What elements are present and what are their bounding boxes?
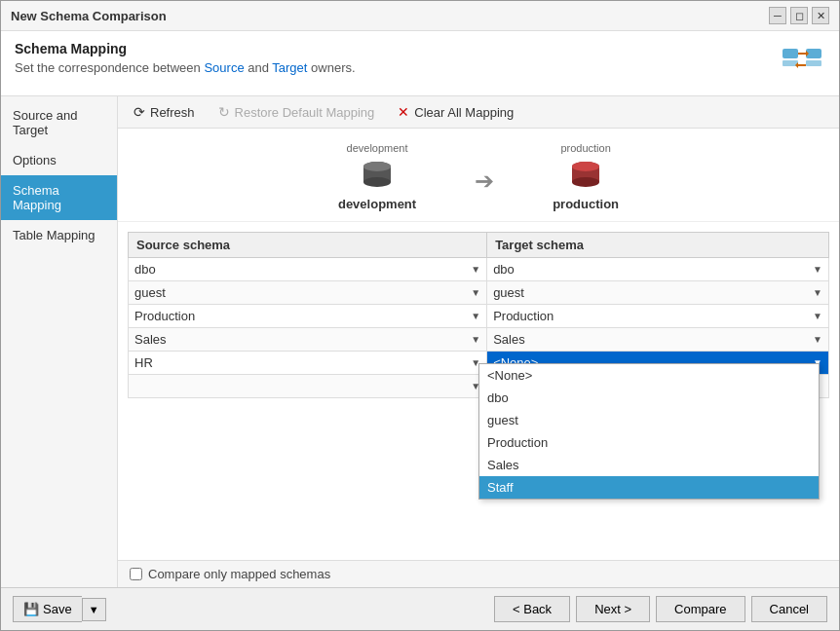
footer-bar: Compare only mapped schemas xyxy=(118,560,839,587)
restore-button[interactable]: ◻ xyxy=(790,7,808,24)
svg-point-11 xyxy=(363,162,391,171)
restore-icon: ↻ xyxy=(218,104,230,120)
target-schema-dropdown-overlay: <None> dbo guest Production Sales Staff xyxy=(478,363,820,500)
target-cell: Production ▼ xyxy=(487,305,829,328)
target-cell: dbo ▼ xyxy=(487,258,829,281)
source-link[interactable]: Source xyxy=(204,60,244,75)
target-schema-select-2[interactable]: guest xyxy=(487,281,828,304)
source-db-icon xyxy=(360,158,395,193)
dropdown-option-dbo[interactable]: dbo xyxy=(479,387,819,409)
header-icon xyxy=(779,41,825,88)
source-cell-wrapper: dbo ▼ xyxy=(129,258,486,280)
source-schema-select-4[interactable]: Sales xyxy=(129,328,486,351)
sidebar-item-source-target[interactable]: Source and Target xyxy=(1,100,117,145)
target-schema-select-4[interactable]: Sales xyxy=(487,328,828,351)
svg-point-14 xyxy=(572,177,599,187)
subtitle-prefix: Set the correspondence between xyxy=(15,60,204,75)
next-button[interactable]: Next > xyxy=(576,596,650,622)
source-cell-empty: ▼ xyxy=(129,375,487,398)
bottom-bar: 💾 Save ▼ < Back Next > Compare Cancel xyxy=(1,587,839,630)
refresh-icon: ⟳ xyxy=(134,104,145,120)
svg-rect-0 xyxy=(783,49,798,58)
dropdown-option-none[interactable]: <None> xyxy=(479,364,819,387)
title-bar-buttons: ─ ◻ ✕ xyxy=(769,7,829,24)
main-window: New Schema Comparison ─ ◻ ✕ Schema Mappi… xyxy=(0,0,840,631)
sidebar-item-options[interactable]: Options xyxy=(1,145,117,175)
subtitle-and: and xyxy=(245,60,273,75)
target-cell-wrapper: guest ▼ xyxy=(487,281,828,304)
clear-icon: ✕ xyxy=(398,104,409,120)
svg-rect-3 xyxy=(806,60,821,66)
source-cell-wrapper: guest ▼ xyxy=(129,281,486,304)
source-schema-select-5[interactable]: HR xyxy=(129,352,486,374)
sidebar-item-schema-mapping[interactable]: Schema Mapping xyxy=(1,175,117,220)
target-cell: Sales ▼ xyxy=(487,328,829,352)
refresh-button[interactable]: ⟳ Refresh xyxy=(130,102,199,122)
minimize-button[interactable]: ─ xyxy=(769,7,786,24)
source-cell: Production ▼ xyxy=(129,305,487,328)
source-schema-select-2[interactable]: guest xyxy=(129,281,486,304)
target-cell: guest ▼ xyxy=(487,281,829,305)
cancel-button[interactable]: Cancel xyxy=(751,596,827,622)
close-button[interactable]: ✕ xyxy=(812,7,829,24)
dropdown-option-staff[interactable]: Staff xyxy=(479,476,819,499)
dropdown-option-production[interactable]: Production xyxy=(479,431,819,454)
svg-point-10 xyxy=(363,177,391,187)
sidebar: Source and Target Options Schema Mapping… xyxy=(1,96,118,587)
source-cell-wrapper: HR ▼ xyxy=(129,352,486,374)
save-button[interactable]: 💾 Save xyxy=(13,596,82,622)
header-subtitle: Set the correspondence between Source an… xyxy=(15,60,356,75)
source-db-label-bottom: development xyxy=(338,197,416,211)
target-db-icon xyxy=(568,158,603,193)
table-row: Sales ▼ Sales ▼ xyxy=(129,328,829,352)
toolbar: ⟳ Refresh ↻ Restore Default Mapping ✕ Cl… xyxy=(118,96,839,129)
target-schema-header: Target schema xyxy=(487,233,829,258)
header-left: Schema Mapping Set the correspondence be… xyxy=(15,41,356,75)
source-cell-wrapper: Sales ▼ xyxy=(129,328,486,351)
subtitle-suffix: owners. xyxy=(307,60,355,75)
target-cell-wrapper: dbo ▼ xyxy=(487,258,828,280)
source-cell-wrapper: Production ▼ xyxy=(129,305,486,327)
save-dropdown-button[interactable]: ▼ xyxy=(82,598,106,621)
target-schema-select-3[interactable]: Production xyxy=(487,305,828,327)
schema-comparison-icon xyxy=(779,41,825,88)
title-bar: New Schema Comparison ─ ◻ ✕ xyxy=(1,1,839,31)
source-schema-select-6[interactable] xyxy=(129,375,486,397)
mapping-arrow-icon: ➔ xyxy=(475,167,494,195)
db-header: development development ➔ production xyxy=(118,129,839,222)
source-cell: guest ▼ xyxy=(129,281,487,305)
target-schema-select-1[interactable]: dbo xyxy=(487,258,828,280)
source-schema-select-1[interactable]: dbo xyxy=(129,258,486,280)
back-button[interactable]: < Back xyxy=(494,596,570,622)
content-area: ⟳ Refresh ↻ Restore Default Mapping ✕ Cl… xyxy=(118,96,839,587)
compare-only-checkbox[interactable] xyxy=(130,568,142,580)
schema-table-container: Source schema Target schema dbo xyxy=(118,222,839,560)
source-cell-empty-wrapper: ▼ xyxy=(129,375,486,397)
compare-button[interactable]: Compare xyxy=(656,596,745,622)
table-row: dbo ▼ dbo ▼ xyxy=(129,258,829,281)
source-db-label-top: development xyxy=(347,142,408,154)
dropdown-option-guest[interactable]: guest xyxy=(479,409,819,431)
source-cell: dbo ▼ xyxy=(129,258,487,281)
target-link[interactable]: Target xyxy=(272,60,307,75)
header-section: Schema Mapping Set the correspondence be… xyxy=(1,31,839,96)
save-icon: 💾 xyxy=(23,602,39,616)
source-schema-select-3[interactable]: Production xyxy=(129,305,486,327)
dropdown-option-sales[interactable]: Sales xyxy=(479,454,819,476)
header-title: Schema Mapping xyxy=(15,41,356,56)
target-cell-wrapper: Sales ▼ xyxy=(487,328,828,351)
source-schema-header: Source schema xyxy=(129,233,487,258)
source-db: development development xyxy=(338,142,416,211)
bottom-right: < Back Next > Compare Cancel xyxy=(494,596,827,622)
restore-default-button[interactable]: ↻ Restore Default Mapping xyxy=(214,102,379,122)
table-row: Production ▼ Production xyxy=(129,305,829,328)
target-db: production production xyxy=(553,142,619,211)
source-cell: Sales ▼ xyxy=(129,328,487,352)
target-cell-wrapper: Production ▼ xyxy=(487,305,828,327)
clear-all-mapping-button[interactable]: ✕ Clear All Mapping xyxy=(394,102,517,122)
sidebar-item-table-mapping[interactable]: Table Mapping xyxy=(1,220,117,250)
svg-point-15 xyxy=(572,162,599,171)
main-content: Source and Target Options Schema Mapping… xyxy=(1,96,839,587)
target-db-label-bottom: production xyxy=(553,197,619,211)
compare-only-label[interactable]: Compare only mapped schemas xyxy=(130,567,827,581)
